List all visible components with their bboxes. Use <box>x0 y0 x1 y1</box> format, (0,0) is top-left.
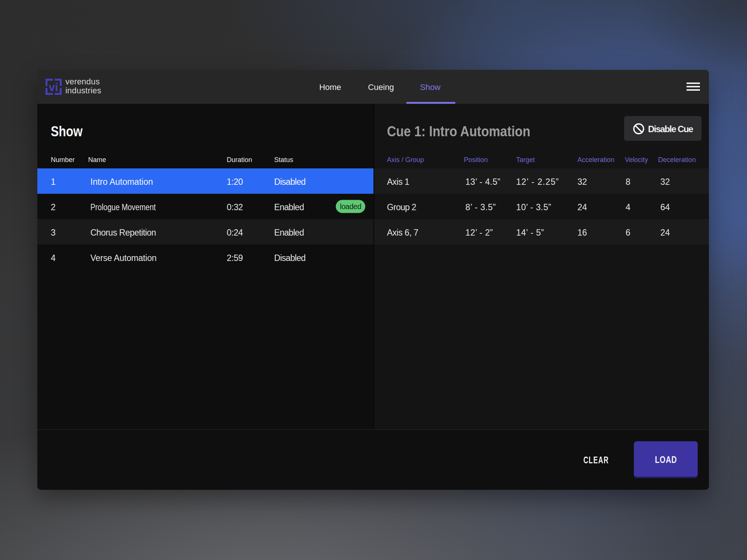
svg-text:vi: vi <box>49 81 58 93</box>
